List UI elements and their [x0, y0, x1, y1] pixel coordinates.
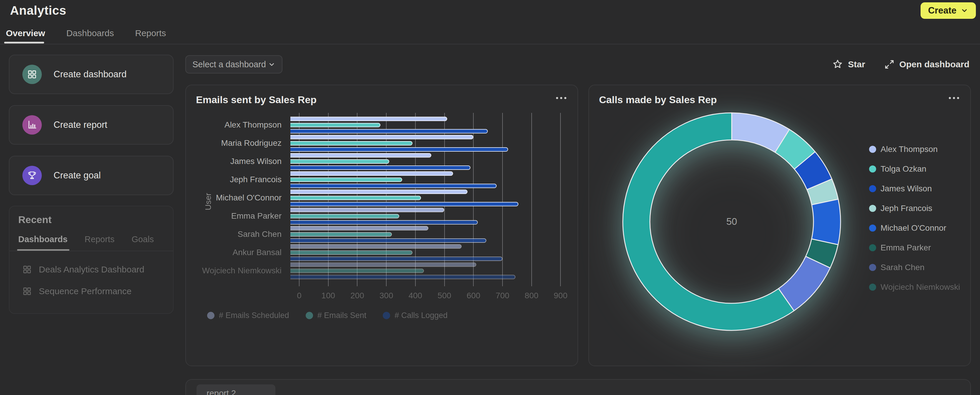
create-report-label: Create report — [54, 120, 107, 130]
create-button[interactable]: Create — [921, 2, 976, 19]
create-dashboard-card[interactable]: Create dashboard — [9, 55, 173, 94]
recent-item-deals-analytics-dashboard[interactable]: Deals Analytics Dashboard — [22, 265, 145, 274]
bar-chart-row: Sarah Chen — [186, 225, 569, 243]
legend-label: Sarah Chen — [881, 263, 924, 272]
bar-chart-legend: # Emails Scheduled# Emails Sent# Calls L… — [207, 311, 447, 320]
calls-by-rep-card: Calls made by Sales Rep 50 Alex Thompson… — [589, 85, 971, 366]
star-button[interactable]: Star — [832, 59, 865, 70]
legend-item[interactable]: # Emails Scheduled — [207, 311, 289, 320]
x-tick-label: 100 — [321, 291, 335, 300]
x-tick-label: 200 — [350, 291, 364, 300]
card-menu-icon[interactable] — [556, 97, 566, 99]
bar--emails-sent[interactable] — [290, 178, 402, 182]
donut-slice[interactable] — [812, 199, 840, 245]
bar-chart-row: Ankur Bansal — [186, 243, 569, 262]
legend-item[interactable]: Sarah Chen — [869, 257, 960, 277]
bar-chart-row: Maria Rodriguez — [186, 134, 569, 152]
bar-category-label: Wojciech Niemkowski — [186, 266, 290, 275]
recent-tabs: Dashboards Reports Goals — [18, 235, 154, 244]
legend-label: Alex Thompson — [881, 144, 938, 154]
emails-by-rep-card: Emails sent by Sales Rep User Alex Thomp… — [185, 85, 578, 366]
star-button-label: Star — [848, 59, 865, 69]
dashboard-select[interactable]: Select a dashboard — [185, 55, 282, 73]
x-tick-label: 500 — [438, 291, 451, 300]
legend-label: # Calls Logged — [395, 311, 447, 320]
bar-chart-row: Emma Parker — [186, 207, 569, 225]
bar--emails-scheduled[interactable] — [290, 190, 468, 194]
bar-chart-row: Jeph Francois — [186, 170, 569, 189]
dashboard-select-value: Select a dashboard — [192, 60, 266, 69]
card-menu-icon[interactable] — [949, 97, 959, 99]
x-axis-ticks: 0100200300400500600700800900 — [299, 291, 569, 301]
open-dashboard-button[interactable]: Open dashboard — [884, 59, 969, 70]
recent-item-sequence-performance[interactable]: Sequence Performance — [22, 286, 132, 296]
legend-item[interactable]: Jeph Francois — [869, 198, 960, 218]
recent-tab-goals[interactable]: Goals — [132, 235, 154, 244]
bar--calls-logged[interactable] — [290, 220, 478, 225]
bar--calls-logged[interactable] — [290, 129, 488, 133]
bar--emails-sent[interactable] — [290, 214, 399, 218]
x-tick-label: 400 — [408, 291, 422, 300]
bar--emails-sent[interactable] — [290, 196, 421, 200]
bar--emails-scheduled[interactable] — [290, 153, 431, 157]
tab-dashboards[interactable]: Dashboards — [66, 28, 114, 42]
bar--emails-sent[interactable] — [290, 141, 412, 146]
bar--calls-logged[interactable] — [290, 184, 496, 188]
tab-reports[interactable]: Reports — [135, 28, 166, 42]
bar--calls-logged[interactable] — [290, 238, 486, 243]
legend-item[interactable]: Alex Thompson — [869, 139, 960, 159]
create-button-label: Create — [928, 5, 957, 16]
legend-dot — [869, 264, 876, 271]
legend-item[interactable]: James Wilson — [869, 179, 960, 198]
tab-overview[interactable]: Overview — [6, 28, 45, 42]
header-divider — [0, 44, 980, 44]
legend-item[interactable]: Wojciech Niemkowski — [869, 277, 960, 297]
bar--emails-sent[interactable] — [290, 269, 424, 273]
bar--emails-sent[interactable] — [290, 123, 380, 127]
legend-item[interactable]: Emma Parker — [869, 238, 960, 257]
next-widget-card-partial: report 2 — [185, 379, 971, 395]
x-tick-label: 300 — [380, 291, 393, 300]
bar--calls-logged[interactable] — [290, 275, 515, 279]
bar--emails-scheduled[interactable] — [290, 117, 447, 121]
bar-group — [290, 244, 560, 261]
bar--calls-logged[interactable] — [290, 257, 503, 261]
partial-widget-title[interactable]: report 2 — [197, 384, 275, 395]
bar--emails-scheduled[interactable] — [290, 208, 444, 212]
legend-label: Tolga Ozkan — [881, 164, 926, 174]
legend-label: Emma Parker — [881, 243, 931, 252]
legend-dot — [869, 225, 876, 232]
bar--emails-sent[interactable] — [290, 159, 389, 164]
bar--emails-scheduled[interactable] — [290, 262, 476, 267]
bar-group — [290, 117, 560, 133]
bar--emails-sent[interactable] — [290, 232, 392, 236]
bar--emails-scheduled[interactable] — [290, 244, 461, 249]
legend-item[interactable]: # Emails Sent — [306, 311, 367, 320]
bar--calls-logged[interactable] — [290, 147, 508, 152]
donut-chart: 50 — [620, 110, 843, 333]
create-goal-card[interactable]: Create goal — [9, 156, 173, 195]
recent-tab-reports[interactable]: Reports — [85, 235, 115, 244]
dashboard-toolbar: Star Open dashboard — [832, 59, 969, 70]
bar--emails-scheduled[interactable] — [290, 171, 453, 176]
bar--emails-scheduled[interactable] — [290, 226, 428, 230]
legend-item[interactable]: Michael O'Connor — [869, 218, 960, 238]
bar-chart-icon — [22, 115, 42, 135]
legend-label: Michael O'Connor — [881, 224, 946, 233]
legend-dot — [869, 244, 876, 251]
bar--emails-sent[interactable] — [290, 251, 412, 255]
recent-tab-dashboards[interactable]: Dashboards — [18, 235, 68, 244]
legend-item[interactable]: Tolga Ozkan — [869, 159, 960, 179]
bar--calls-logged[interactable] — [290, 165, 471, 170]
bar--emails-scheduled[interactable] — [290, 135, 473, 139]
legend-item[interactable]: # Calls Logged — [383, 311, 447, 320]
legend-dot — [869, 165, 876, 173]
bar--calls-logged[interactable] — [290, 202, 519, 206]
create-report-card[interactable]: Create report — [9, 105, 173, 144]
legend-label: # Emails Sent — [317, 311, 367, 320]
legend-label: # Emails Scheduled — [219, 311, 289, 320]
chevron-down-icon — [268, 61, 275, 68]
bar-category-label: Ankur Bansal — [186, 248, 290, 257]
bar-group — [290, 226, 560, 243]
x-tick-label: 900 — [554, 291, 568, 300]
